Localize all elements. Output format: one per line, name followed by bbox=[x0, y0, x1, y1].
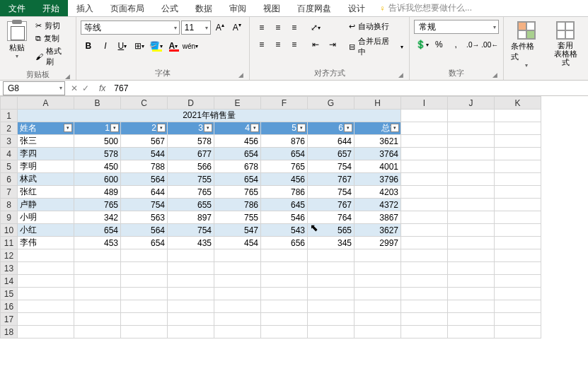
data-cell[interactable]: 547 bbox=[214, 224, 261, 237]
empty-cell[interactable] bbox=[495, 262, 541, 275]
data-cell[interactable]: 卢静 bbox=[18, 199, 74, 211]
font-size-select[interactable]: 11▾ bbox=[181, 20, 211, 35]
data-cell[interactable]: 李明 bbox=[18, 160, 74, 173]
empty-cell[interactable] bbox=[261, 313, 308, 326]
empty-cell[interactable] bbox=[121, 262, 168, 275]
empty-cell[interactable] bbox=[308, 262, 354, 275]
align-right-button[interactable]: ≡ bbox=[287, 37, 302, 52]
row-header[interactable]: 5 bbox=[1, 160, 18, 173]
data-cell[interactable]: 754 bbox=[121, 199, 168, 211]
row-header[interactable]: 4 bbox=[1, 148, 18, 160]
empty-cell[interactable] bbox=[121, 288, 168, 300]
data-cell[interactable]: 456 bbox=[214, 135, 261, 148]
data-cell[interactable]: 345 bbox=[308, 237, 354, 249]
data-cell[interactable]: 654 bbox=[261, 148, 308, 160]
filter-button[interactable]: ▾ bbox=[297, 124, 306, 132]
empty-cell[interactable] bbox=[354, 300, 401, 313]
data-cell[interactable]: 654 bbox=[214, 173, 261, 186]
row-header[interactable]: 15 bbox=[1, 288, 18, 300]
menu-item[interactable]: 百度网盘 bbox=[289, 0, 340, 16]
menu-item[interactable]: 开始 bbox=[34, 0, 68, 16]
empty-cell[interactable] bbox=[354, 326, 401, 338]
comma-button[interactable]: , bbox=[448, 37, 463, 52]
empty-cell[interactable] bbox=[495, 288, 541, 300]
empty-cell[interactable] bbox=[74, 275, 121, 288]
empty-cell[interactable] bbox=[74, 313, 121, 326]
empty-cell[interactable] bbox=[495, 326, 541, 338]
empty-cell[interactable] bbox=[18, 275, 74, 288]
data-cell[interactable]: 566 bbox=[168, 160, 214, 173]
data-cell[interactable]: 754 bbox=[168, 224, 214, 237]
row-header[interactable]: 1 bbox=[1, 110, 18, 122]
bold-button[interactable]: B bbox=[81, 38, 96, 54]
empty-cell[interactable] bbox=[261, 288, 308, 300]
data-cell[interactable]: 小红 bbox=[18, 224, 74, 237]
row-header[interactable]: 2 bbox=[1, 122, 18, 135]
empty-cell[interactable] bbox=[121, 326, 168, 338]
data-cell[interactable]: 4001 bbox=[354, 160, 401, 173]
empty-cell[interactable] bbox=[168, 275, 214, 288]
row-header[interactable]: 8 bbox=[1, 199, 18, 211]
empty-cell[interactable] bbox=[495, 300, 541, 313]
formula-bar[interactable]: 767 bbox=[110, 82, 588, 95]
worksheet[interactable]: ABCDEFGHIJK12021年销售量2姓名▾1月▾2月▾3月▾4月▾5月▾6… bbox=[0, 96, 588, 338]
filter-button[interactable]: ▾ bbox=[110, 124, 119, 132]
format-painter-button[interactable]: 🖌格式刷 bbox=[33, 45, 71, 68]
menu-item[interactable]: 数据 bbox=[187, 0, 221, 16]
phonetic-button[interactable]: wén▾ bbox=[183, 38, 198, 54]
cancel-formula-icon[interactable]: ✕ bbox=[71, 83, 78, 93]
data-cell[interactable]: 564 bbox=[121, 224, 168, 237]
data-cell[interactable]: 林武 bbox=[18, 173, 74, 186]
dialog-launcher-icon[interactable]: ◢ bbox=[492, 71, 497, 78]
data-cell[interactable]: 578 bbox=[74, 148, 121, 160]
empty-cell[interactable] bbox=[18, 249, 74, 262]
table-header-cell[interactable]: 5月▾ bbox=[261, 122, 308, 135]
decrease-decimal-button[interactable]: .00← bbox=[482, 37, 497, 52]
menu-item[interactable]: 公式 bbox=[153, 0, 187, 16]
empty-cell[interactable] bbox=[261, 275, 308, 288]
data-cell[interactable]: 765 bbox=[74, 199, 121, 211]
row-header[interactable]: 14 bbox=[1, 275, 18, 288]
data-cell[interactable]: 654 bbox=[74, 224, 121, 237]
column-header[interactable]: F bbox=[261, 97, 308, 110]
data-cell[interactable]: 小明 bbox=[18, 211, 74, 224]
menu-item[interactable]: 审阅 bbox=[221, 0, 255, 16]
empty-cell[interactable] bbox=[354, 288, 401, 300]
empty-cell[interactable] bbox=[401, 262, 448, 275]
paste-button[interactable]: 粘贴 ▾ bbox=[4, 20, 30, 68]
data-cell[interactable]: 754 bbox=[308, 160, 354, 173]
data-cell[interactable]: 644 bbox=[308, 135, 354, 148]
data-cell[interactable]: 454 bbox=[214, 237, 261, 249]
empty-cell[interactable] bbox=[168, 288, 214, 300]
data-cell[interactable]: 342 bbox=[74, 211, 121, 224]
data-cell[interactable]: 786 bbox=[261, 186, 308, 199]
border-button[interactable]: ⊞▾ bbox=[132, 38, 147, 54]
empty-cell[interactable] bbox=[214, 275, 261, 288]
data-cell[interactable]: 543 bbox=[261, 224, 308, 237]
table-header-cell[interactable]: 6月▾ bbox=[308, 122, 354, 135]
data-cell[interactable]: 644 bbox=[121, 186, 168, 199]
data-cell[interactable]: 张三 bbox=[18, 135, 74, 148]
table-header-cell[interactable]: 姓名▾ bbox=[18, 122, 74, 135]
empty-cell[interactable] bbox=[261, 300, 308, 313]
empty-cell[interactable] bbox=[308, 313, 354, 326]
data-cell[interactable]: 765 bbox=[214, 186, 261, 199]
empty-cell[interactable] bbox=[448, 275, 495, 288]
data-cell[interactable]: 764 bbox=[308, 211, 354, 224]
dialog-launcher-icon[interactable]: ◢ bbox=[398, 71, 403, 78]
empty-cell[interactable] bbox=[168, 262, 214, 275]
data-cell[interactable]: 564 bbox=[121, 173, 168, 186]
menu-item[interactable]: 插入 bbox=[68, 0, 102, 16]
data-cell[interactable]: 张红 bbox=[18, 186, 74, 199]
data-cell[interactable]: 3796 bbox=[354, 173, 401, 186]
row-header[interactable]: 10 bbox=[1, 224, 18, 237]
increase-indent-button[interactable]: ⇥ bbox=[325, 37, 340, 52]
fx-icon[interactable]: fx bbox=[95, 83, 110, 93]
align-bottom-button[interactable]: ≡ bbox=[287, 20, 302, 35]
data-cell[interactable]: 435 bbox=[168, 237, 214, 249]
filter-button[interactable]: ▾ bbox=[64, 124, 72, 132]
data-cell[interactable]: 897 bbox=[168, 211, 214, 224]
empty-cell[interactable] bbox=[401, 326, 448, 338]
table-header-cell[interactable]: 3月▾ bbox=[168, 122, 214, 135]
orientation-button[interactable]: ⤢▾ bbox=[308, 20, 323, 35]
